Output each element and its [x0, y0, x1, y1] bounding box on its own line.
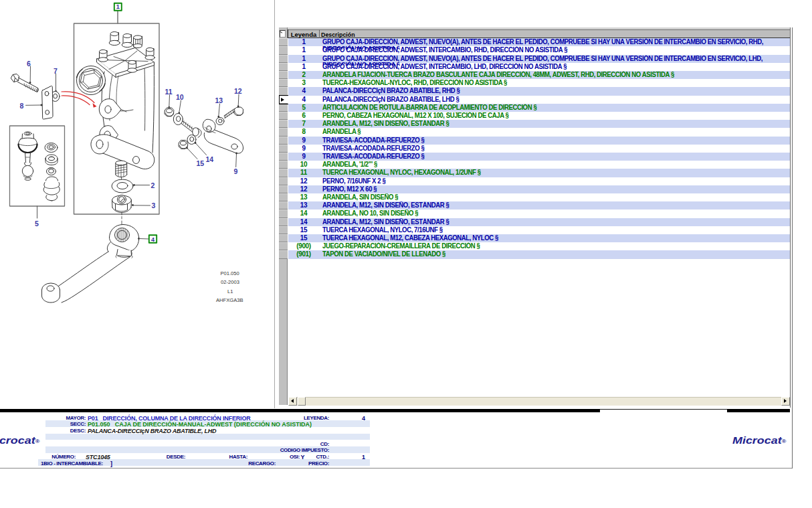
svg-text:4: 4 [151, 236, 155, 243]
svg-text:5: 5 [35, 220, 39, 228]
svg-text:15: 15 [197, 159, 205, 167]
svg-text:P01.050: P01.050 [221, 270, 239, 276]
svg-text:14: 14 [206, 155, 214, 163]
svg-text:7: 7 [54, 67, 58, 75]
svg-text:AHFXGA3B: AHFXGA3B [216, 297, 243, 303]
svg-text:10: 10 [176, 93, 184, 101]
svg-text:L1: L1 [227, 288, 233, 294]
svg-text:8: 8 [20, 102, 24, 110]
svg-text:9: 9 [234, 167, 238, 175]
svg-text:11: 11 [165, 88, 173, 96]
svg-text:6: 6 [27, 60, 31, 68]
svg-text:3: 3 [152, 201, 156, 209]
svg-text:13: 13 [215, 96, 223, 104]
svg-text:1: 1 [116, 3, 120, 10]
svg-text:12: 12 [234, 87, 242, 95]
svg-text:02-2003: 02-2003 [221, 279, 239, 285]
svg-text:2: 2 [151, 181, 155, 189]
